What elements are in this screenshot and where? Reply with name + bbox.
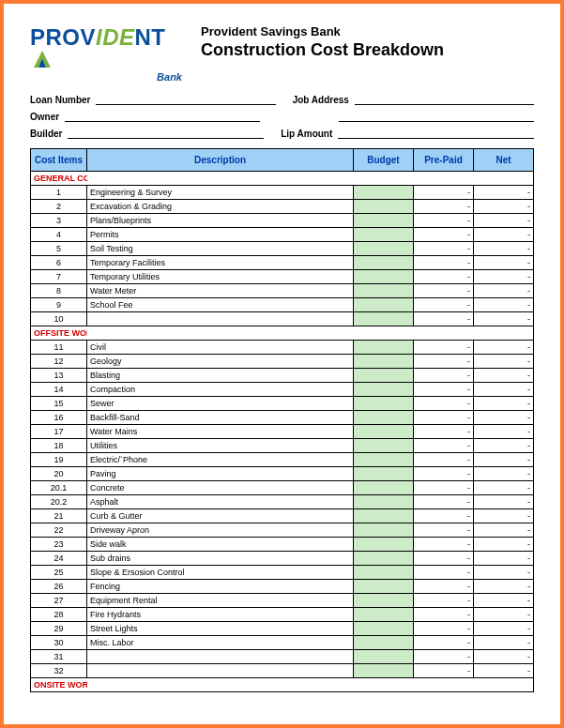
cell-description[interactable]: Paving: [87, 467, 354, 481]
cell-net[interactable]: -: [474, 228, 534, 242]
cell-net[interactable]: -: [474, 650, 534, 664]
cell-description[interactable]: Temporary Utilities: [87, 270, 354, 284]
cell-net[interactable]: -: [474, 580, 534, 594]
cell-budget[interactable]: [354, 467, 414, 481]
cell-prepaid[interactable]: -: [414, 411, 474, 425]
cell-net[interactable]: -: [474, 369, 534, 383]
cell-item[interactable]: 9: [31, 298, 87, 312]
cell-net[interactable]: -: [474, 566, 534, 580]
cell-prepaid[interactable]: -: [414, 538, 474, 552]
cell-net[interactable]: -: [474, 341, 534, 355]
cell-prepaid[interactable]: -: [414, 439, 474, 453]
cell-net[interactable]: -: [474, 495, 534, 509]
cell-budget[interactable]: [354, 256, 414, 270]
cell-net[interactable]: -: [474, 636, 534, 650]
cell-prepaid[interactable]: -: [414, 312, 474, 326]
cell-description[interactable]: Equipment Rental: [87, 594, 354, 608]
cell-budget[interactable]: [354, 341, 414, 355]
cell-item[interactable]: 17: [31, 425, 87, 439]
cell-net[interactable]: -: [474, 256, 534, 270]
cell-description[interactable]: Temporary Facilities: [87, 256, 354, 270]
cell-item[interactable]: 12: [31, 355, 87, 369]
cell-description[interactable]: Backfill-Sand: [87, 411, 354, 425]
cell-description[interactable]: Street Lights: [87, 622, 354, 636]
cell-budget[interactable]: [354, 270, 414, 284]
cell-net[interactable]: -: [474, 312, 534, 326]
cell-description[interactable]: Soil Testing: [87, 242, 354, 256]
cell-description[interactable]: [87, 312, 354, 326]
cell-budget[interactable]: [354, 608, 414, 622]
cell-item[interactable]: 18: [31, 439, 87, 453]
cell-item[interactable]: 31: [31, 650, 87, 664]
job-address-field[interactable]: [355, 94, 534, 105]
cell-description[interactable]: Electric/`Phone: [87, 453, 354, 467]
cell-prepaid[interactable]: -: [414, 594, 474, 608]
cell-prepaid[interactable]: -: [414, 200, 474, 214]
cell-item[interactable]: 7: [31, 270, 87, 284]
cell-net[interactable]: -: [474, 481, 534, 495]
cell-net[interactable]: -: [474, 538, 534, 552]
owner-field[interactable]: [65, 111, 260, 122]
cell-net[interactable]: -: [474, 411, 534, 425]
cell-description[interactable]: Civil: [87, 341, 354, 355]
cell-description[interactable]: School Fee: [87, 298, 354, 312]
cell-prepaid[interactable]: -: [414, 664, 474, 678]
cell-budget[interactable]: [354, 355, 414, 369]
cell-description[interactable]: Fencing: [87, 580, 354, 594]
cell-budget[interactable]: [354, 200, 414, 214]
cell-description[interactable]: Fire Hydrants: [87, 608, 354, 622]
cell-prepaid[interactable]: -: [414, 552, 474, 566]
cell-net[interactable]: -: [474, 397, 534, 411]
cell-prepaid[interactable]: -: [414, 481, 474, 495]
cell-net[interactable]: -: [474, 355, 534, 369]
cell-prepaid[interactable]: -: [414, 214, 474, 228]
cell-description[interactable]: Concrete: [87, 481, 354, 495]
cell-description[interactable]: Geology: [87, 355, 354, 369]
cell-budget[interactable]: [354, 538, 414, 552]
cell-description[interactable]: Driveway Apron: [87, 523, 354, 538]
cell-prepaid[interactable]: -: [414, 383, 474, 397]
cell-prepaid[interactable]: -: [414, 523, 474, 538]
cell-budget[interactable]: [354, 439, 414, 453]
cell-prepaid[interactable]: -: [414, 425, 474, 439]
cell-description[interactable]: Plans/Blueprints: [87, 214, 354, 228]
cell-net[interactable]: -: [474, 425, 534, 439]
lip-amount-field[interactable]: [338, 128, 534, 139]
cell-item[interactable]: 3: [31, 214, 87, 228]
cell-description[interactable]: Curb & Gutter: [87, 509, 354, 523]
cell-budget[interactable]: [354, 509, 414, 523]
cell-prepaid[interactable]: -: [414, 608, 474, 622]
cell-item[interactable]: 30: [31, 636, 87, 650]
cell-budget[interactable]: [354, 425, 414, 439]
cell-description[interactable]: Utilities: [87, 439, 354, 453]
cell-net[interactable]: -: [474, 594, 534, 608]
cell-item[interactable]: 14: [31, 383, 87, 397]
cell-budget[interactable]: [354, 312, 414, 326]
cell-budget[interactable]: [354, 214, 414, 228]
cell-prepaid[interactable]: -: [414, 186, 474, 200]
cell-net[interactable]: -: [474, 284, 534, 298]
cell-prepaid[interactable]: -: [414, 453, 474, 467]
cell-item[interactable]: 25: [31, 566, 87, 580]
cell-description[interactable]: Side walk: [87, 538, 354, 552]
cell-item[interactable]: 16: [31, 411, 87, 425]
cell-item[interactable]: 24: [31, 552, 87, 566]
cell-item[interactable]: 26: [31, 580, 87, 594]
cell-budget[interactable]: [354, 594, 414, 608]
cell-description[interactable]: [87, 664, 354, 678]
cell-item[interactable]: 10: [31, 312, 87, 326]
cell-prepaid[interactable]: -: [414, 580, 474, 594]
cell-description[interactable]: Misc. Labor: [87, 636, 354, 650]
cell-net[interactable]: -: [474, 608, 534, 622]
cell-item[interactable]: 29: [31, 622, 87, 636]
cell-budget[interactable]: [354, 523, 414, 538]
cell-prepaid[interactable]: -: [414, 467, 474, 481]
cell-item[interactable]: 5: [31, 242, 87, 256]
cell-net[interactable]: -: [474, 439, 534, 453]
cell-item[interactable]: 21: [31, 509, 87, 523]
cell-net[interactable]: -: [474, 200, 534, 214]
cell-prepaid[interactable]: -: [414, 256, 474, 270]
cell-item[interactable]: 15: [31, 397, 87, 411]
cell-budget[interactable]: [354, 298, 414, 312]
cell-budget[interactable]: [354, 383, 414, 397]
